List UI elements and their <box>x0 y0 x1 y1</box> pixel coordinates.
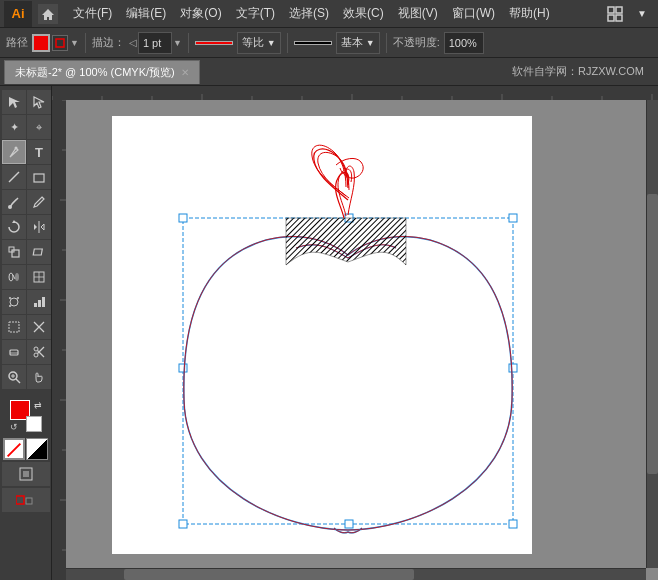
handle-br[interactable] <box>509 520 517 528</box>
mesh-tool[interactable] <box>27 265 51 289</box>
scrollbar-thumb-h[interactable] <box>124 569 414 580</box>
slice-tool[interactable] <box>27 315 51 339</box>
svg-marker-6 <box>9 97 20 108</box>
svg-rect-46 <box>23 471 29 477</box>
bar-graph-tool[interactable] <box>27 290 51 314</box>
eraser-tool[interactable] <box>2 340 26 364</box>
paintbrush-tool[interactable] <box>2 190 26 214</box>
tools-panel: ✦ ⌖ T <box>0 86 52 580</box>
svg-rect-35 <box>10 350 18 355</box>
menu-object[interactable]: 对象(O) <box>173 0 228 28</box>
svg-marker-7 <box>34 97 44 108</box>
opacity-label: 不透明度: <box>393 35 440 50</box>
stroke-base-dropdown[interactable]: 基本▼ <box>336 32 380 54</box>
stroke-style-preview[interactable] <box>195 41 233 45</box>
svg-rect-18 <box>33 249 42 255</box>
stroke-color-swatch[interactable] <box>32 34 50 52</box>
menu-help[interactable]: 帮助(H) <box>502 0 557 28</box>
svg-point-25 <box>10 298 18 306</box>
line-tool[interactable] <box>2 165 26 189</box>
zoom-tool[interactable] <box>2 365 26 389</box>
svg-rect-49 <box>52 86 658 100</box>
svg-point-27 <box>17 297 19 299</box>
shear-tool[interactable] <box>27 240 51 264</box>
svg-marker-0 <box>42 9 54 20</box>
artboard <box>112 116 532 554</box>
color-mode-row <box>3 438 48 460</box>
separator-4 <box>386 33 387 53</box>
scrollbar-vertical[interactable] <box>646 100 658 568</box>
options-toolbar: 路径 ▼ 描边： ◁ 1 pt ▼ 等比▼ 基本▼ 不透明度: 100% <box>0 28 658 58</box>
menu-effect[interactable]: 效果(C) <box>336 0 391 28</box>
tool-row-3: T <box>2 140 49 164</box>
svg-rect-1 <box>608 7 614 13</box>
stroke-color-box[interactable] <box>26 416 42 432</box>
tool-row-1 <box>2 90 49 114</box>
menu-file[interactable]: 文件(F) <box>66 0 119 28</box>
handle-mr[interactable] <box>509 364 517 372</box>
stroke-equal-dropdown[interactable]: 等比▼ <box>237 32 281 54</box>
swap-colors-icon[interactable]: ⇄ <box>34 400 42 410</box>
dropdown-arrow-stroke[interactable]: ▼ <box>70 38 79 48</box>
handle-bm[interactable] <box>345 520 353 528</box>
app-logo: Ai <box>4 1 32 27</box>
menu-type[interactable]: 文字(T) <box>229 0 282 28</box>
blend-tool[interactable] <box>2 265 26 289</box>
svg-point-38 <box>34 353 38 357</box>
handle-tl[interactable] <box>179 214 187 222</box>
handle-tr[interactable] <box>509 214 517 222</box>
reflect-tool[interactable] <box>27 215 51 239</box>
color-boxes: ⇄ ↺ <box>10 400 42 432</box>
document-tab[interactable]: 未标题-2* @ 100% (CMYK/预览) ✕ <box>4 60 200 84</box>
pen-tool[interactable] <box>2 140 26 164</box>
selection-tool[interactable] <box>2 90 26 114</box>
svg-line-39 <box>38 351 45 358</box>
handle-ml[interactable] <box>179 364 187 372</box>
scrollbar-thumb-v[interactable] <box>647 194 658 475</box>
stroke-basic-preview[interactable] <box>294 41 332 45</box>
type-tool[interactable]: T <box>27 140 51 164</box>
artboard-tool[interactable] <box>2 315 26 339</box>
scrollbar-horizontal[interactable] <box>66 568 646 580</box>
scale-tool[interactable] <box>2 240 26 264</box>
hand-tool[interactable] <box>27 365 51 389</box>
tab-close-button[interactable]: ✕ <box>181 67 189 78</box>
direct-selection-tool[interactable] <box>27 90 51 114</box>
stroke-size-label: 描边： <box>92 35 125 50</box>
stroke-value-input[interactable]: 1 pt <box>138 32 172 54</box>
menu-edit[interactable]: 编辑(E) <box>119 0 173 28</box>
ruler-top <box>52 86 658 100</box>
menu-bar: Ai 文件(F) 编辑(E) 对象(O) 文字(T) 选择(S) 效果(C) 视… <box>0 0 658 28</box>
svg-line-40 <box>38 347 45 354</box>
home-icon[interactable] <box>38 4 58 24</box>
drawing-canvas[interactable] <box>66 100 658 580</box>
separator-1 <box>85 33 86 53</box>
svg-rect-29 <box>34 303 37 307</box>
magic-wand-tool[interactable]: ✦ <box>2 115 26 139</box>
menu-view[interactable]: 视图(V) <box>391 0 445 28</box>
menu-select[interactable]: 选择(S) <box>282 0 336 28</box>
pencil-tool[interactable] <box>27 190 51 214</box>
stroke-decrement[interactable]: ◁ <box>129 37 137 48</box>
grid-view-icon[interactable] <box>604 3 626 25</box>
symbol-spray-tool[interactable] <box>2 290 26 314</box>
stroke-dropdown-arrow[interactable]: ▼ <box>173 38 182 48</box>
lasso-tool[interactable]: ⌖ <box>27 115 51 139</box>
screen-mode-toggle[interactable] <box>2 488 50 512</box>
handle-bl[interactable] <box>179 520 187 528</box>
main-area: ✦ ⌖ T <box>0 86 658 580</box>
tool-row-2: ✦ ⌖ <box>2 115 49 139</box>
svg-point-11 <box>8 205 12 209</box>
opacity-input[interactable]: 100% <box>444 32 484 54</box>
scissors-tool[interactable] <box>27 340 51 364</box>
gradient-icon[interactable] <box>26 438 48 460</box>
menu-window[interactable]: 窗口(W) <box>445 0 502 28</box>
change-screen-mode[interactable] <box>2 462 50 486</box>
reset-colors-icon[interactable]: ↺ <box>10 422 18 432</box>
menu-expand-icon[interactable]: ▼ <box>630 0 654 28</box>
rectangle-tool[interactable] <box>27 165 51 189</box>
none-color-icon[interactable] <box>3 438 25 460</box>
rotate-tool[interactable] <box>2 215 26 239</box>
stroke-type-dropdown[interactable] <box>52 35 68 51</box>
path-label: 路径 <box>6 35 28 50</box>
